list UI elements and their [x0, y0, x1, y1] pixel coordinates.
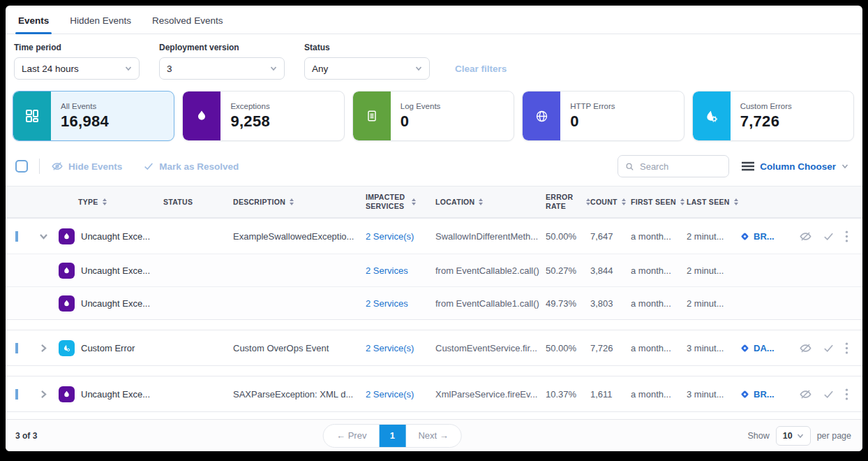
- impacted-services-link[interactable]: 2 Service(s): [366, 343, 435, 353]
- jira-ticket-link[interactable]: DA...: [740, 343, 784, 353]
- pager: ← Prev 1 Next →: [323, 424, 462, 448]
- resolve-event-button[interactable]: [823, 388, 835, 400]
- row-menu-button[interactable]: [845, 388, 848, 400]
- impacted-services-link[interactable]: 2 Service(s): [366, 231, 435, 242]
- time-period-label: Time period: [14, 43, 140, 52]
- event-location: CustomEventService.fir...: [435, 343, 546, 353]
- mark-resolved-button[interactable]: Mark as Resolved: [143, 161, 239, 172]
- error-rate: 50.00%: [546, 231, 590, 242]
- card-log-events[interactable]: Log Events 0: [352, 91, 514, 141]
- chevron-right-icon: [39, 390, 48, 399]
- jira-ticket-link[interactable]: BR...: [740, 231, 784, 242]
- clear-filters-button[interactable]: Clear filters: [455, 64, 507, 74]
- header-impacted-services[interactable]: IMPACTED SERVICES: [366, 193, 416, 211]
- status-select[interactable]: Any: [304, 57, 430, 80]
- header-first-seen[interactable]: FIRST SEEN: [631, 198, 687, 206]
- tab-resolved-events[interactable]: Resolved Events: [152, 15, 223, 34]
- header-description[interactable]: DESCRIPTION: [233, 198, 366, 206]
- search-input[interactable]: [640, 161, 721, 172]
- table-subrow[interactable]: Uncaught Exce... 2 Services from EventCa…: [6, 286, 862, 319]
- tab-events[interactable]: Events: [18, 15, 49, 34]
- chevron-down-icon: [841, 163, 848, 170]
- row-checkbox[interactable]: [15, 389, 18, 400]
- impacted-services-link[interactable]: 2 Services: [366, 298, 435, 309]
- header-type[interactable]: TYPE: [59, 198, 163, 206]
- expand-row-button[interactable]: [39, 390, 59, 399]
- table-subrow[interactable]: Uncaught Exce... 2 Services from EventCa…: [6, 254, 862, 286]
- last-seen: 3 minut...: [687, 343, 740, 353]
- hide-events-button[interactable]: Hide Events: [51, 160, 122, 173]
- prev-page-button[interactable]: ← Prev: [324, 425, 379, 447]
- table-row[interactable]: Uncaught Exce... ExampleSwallowedExcepti…: [6, 219, 862, 254]
- card-exceptions[interactable]: Exceptions 9,258: [182, 91, 344, 141]
- page-number-button[interactable]: 1: [379, 425, 405, 447]
- expand-row-button[interactable]: [39, 344, 59, 353]
- resolve-event-button[interactable]: [823, 342, 835, 354]
- row-checkbox[interactable]: [15, 231, 18, 242]
- card-label: Exceptions: [230, 102, 270, 110]
- page-size-value: 10: [783, 431, 793, 441]
- last-seen: 2 minut...: [687, 231, 740, 242]
- chevron-down-icon: [125, 65, 132, 72]
- time-period-select[interactable]: Last 24 hours: [14, 57, 140, 80]
- kebab-menu-icon: [845, 342, 848, 354]
- next-page-button[interactable]: Next →: [405, 425, 461, 447]
- globe-icon: [523, 92, 560, 140]
- hide-event-button[interactable]: [799, 230, 812, 243]
- events-dashboard: Events Hidden Events Resolved Events Tim…: [6, 6, 862, 451]
- search-box: [618, 155, 729, 177]
- header-status: STATUS: [163, 198, 233, 206]
- tab-hidden-events[interactable]: Hidden Events: [70, 15, 131, 34]
- impacted-services-link[interactable]: 2 Services: [366, 265, 435, 276]
- card-custom-errors[interactable]: Custom Errors 7,726: [692, 91, 854, 141]
- eye-off-icon: [799, 342, 812, 355]
- collapse-row-button[interactable]: [39, 232, 59, 241]
- flame-icon: [59, 386, 75, 402]
- check-icon: [143, 161, 154, 172]
- jira-diamond-icon: [740, 343, 750, 353]
- table-row[interactable]: Custom Error Custom OverOps Event 2 Serv…: [6, 330, 862, 365]
- impacted-services-link[interactable]: 2 Service(s): [366, 389, 435, 400]
- chevron-down-icon: [415, 65, 422, 72]
- event-type: Uncaught Exce...: [81, 265, 150, 276]
- pagination-footer: 3 of 3 ← Prev 1 Next → Show 10 per page: [6, 419, 862, 451]
- column-chooser-label: Column Chooser: [760, 161, 836, 172]
- divider: [39, 159, 40, 174]
- error-rate: 10.37%: [546, 389, 590, 400]
- event-location: from EventCallable1.call(): [435, 298, 546, 309]
- card-label: All Events: [61, 102, 109, 110]
- row-menu-button[interactable]: [845, 342, 848, 354]
- row-checkbox[interactable]: [15, 343, 18, 353]
- filter-bar: Time period Last 24 hours Deployment ver…: [6, 34, 862, 89]
- hide-event-button[interactable]: [799, 342, 812, 355]
- event-type: Uncaught Exce...: [81, 389, 150, 400]
- sort-icon: [734, 198, 738, 205]
- header-last-seen[interactable]: LAST SEEN: [687, 198, 740, 206]
- check-icon: [823, 342, 835, 354]
- hamburger-icon: [742, 161, 754, 171]
- card-http-errors[interactable]: HTTP Errors 0: [522, 91, 684, 141]
- search-icon: [625, 161, 634, 172]
- select-all-checkbox[interactable]: [15, 160, 28, 173]
- sort-icon: [680, 198, 684, 205]
- show-label: Show: [747, 431, 769, 441]
- header-count[interactable]: COUNT: [590, 198, 631, 206]
- deployment-version-filter: Deployment version 3: [159, 43, 285, 80]
- error-rate: 49.73%: [546, 298, 590, 309]
- hide-event-button[interactable]: [799, 388, 812, 401]
- table-row[interactable]: Uncaught Exce... SAXParseException: XML …: [6, 376, 862, 411]
- deployment-version-select[interactable]: 3: [159, 57, 285, 80]
- resolve-event-button[interactable]: [823, 230, 835, 242]
- header-location[interactable]: LOCATION: [435, 198, 546, 206]
- card-all-events[interactable]: All Events 16,984: [13, 91, 174, 141]
- page-size-select[interactable]: 10: [776, 426, 811, 446]
- sort-icon: [479, 198, 483, 205]
- column-chooser-button[interactable]: Column Chooser: [742, 161, 848, 172]
- row-menu-button[interactable]: [845, 230, 848, 242]
- card-label: Log Events: [401, 102, 441, 110]
- event-count: 1,611: [590, 389, 631, 400]
- jira-ticket-link[interactable]: BR...: [740, 389, 784, 400]
- first-seen: a month...: [631, 298, 687, 309]
- header-error-rate[interactable]: ERROR RATE: [546, 193, 590, 211]
- status-label: Status: [304, 43, 430, 52]
